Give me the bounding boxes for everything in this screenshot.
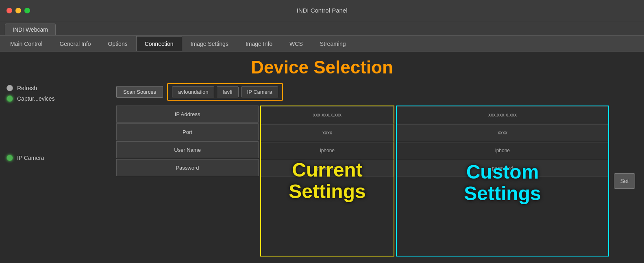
minimize-button[interactable] (15, 8, 21, 13)
left-panel: Refresh Captur...evices IP Camera (7, 83, 116, 257)
window-title: INDI Control Panel (296, 7, 347, 14)
avfoundation-button[interactable]: avfoundation (172, 86, 214, 97)
field-label-user-name: User Name (116, 141, 259, 158)
close-button[interactable] (7, 8, 12, 13)
set-button[interactable]: Set (614, 173, 635, 189)
right-panel: Scan Sources avfoundation lavfi IP Camer… (116, 83, 637, 257)
custom-password[interactable]: password (397, 160, 608, 177)
field-label-password: Password (116, 159, 259, 176)
tab-main-control[interactable]: Main Control (2, 36, 51, 51)
refresh-indicator (7, 85, 13, 91)
lavfi-button[interactable]: lavfi (217, 86, 238, 97)
set-column: Set (609, 106, 637, 257)
custom-ip-address[interactable]: xxx.xxx.x.xxx (397, 106, 608, 123)
tab-connection[interactable]: Connection (136, 36, 182, 51)
device-tab-bar: INDI Webcam (0, 21, 644, 36)
scan-sources-button[interactable]: Scan Sources (116, 86, 163, 98)
current-ip-address[interactable]: xxx.xxx.x.xxx (261, 106, 394, 123)
field-label-ip-address: IP Address (116, 106, 259, 123)
custom-settings-column: Custom Settings xxx.xxx.x.xxx xxxx iphon… (396, 106, 609, 257)
ip-camera-button[interactable]: IP Camera (241, 86, 278, 97)
refresh-label: Refresh (17, 85, 37, 91)
tab-general-info[interactable]: General Info (51, 36, 99, 51)
device-selection-title: Device Selection (7, 57, 637, 78)
content-area: Device Selection Refresh Captur...evices… (0, 52, 644, 263)
capture-devices-box: avfoundation lavfi IP Camera (167, 83, 283, 101)
top-controls-row: Scan Sources avfoundation lavfi IP Camer… (116, 83, 637, 101)
ip-camera-label: IP Camera (17, 155, 44, 161)
window-controls (7, 8, 30, 13)
capture-devices-indicator (7, 95, 13, 102)
current-password[interactable]: password (261, 160, 394, 177)
tab-image-info[interactable]: Image Info (237, 36, 281, 51)
field-labels: IP Address Port User Name Password (116, 106, 259, 257)
device-tab-indi-webcam[interactable]: INDI Webcam (5, 24, 56, 35)
ip-camera-row: IP Camera (7, 155, 110, 161)
tab-options[interactable]: Options (99, 36, 136, 51)
main-row: Refresh Captur...evices IP Camera Scan S… (7, 83, 637, 257)
current-user-name[interactable]: iphone (261, 142, 394, 159)
current-settings-column: Current Settings xxx.xxx.x.xxx xxxx ipho… (260, 106, 394, 257)
custom-user-name[interactable]: iphone (397, 142, 608, 159)
table-area: IP Address Port User Name Password Curre… (116, 106, 637, 257)
maximize-button[interactable] (24, 8, 30, 13)
title-bar: INDI Control Panel (0, 0, 644, 21)
tab-image-settings[interactable]: Image Settings (182, 36, 237, 51)
main-tabs: Main Control General Info Options Connec… (0, 36, 644, 52)
custom-port[interactable]: xxxx (397, 124, 608, 141)
ip-camera-indicator (7, 155, 13, 161)
capture-devices-row: Captur...evices (7, 95, 110, 102)
field-label-port: Port (116, 123, 259, 140)
tab-wcs[interactable]: WCS (281, 36, 311, 51)
refresh-row: Refresh (7, 85, 110, 91)
capture-devices-label: Captur...evices (17, 95, 55, 102)
current-port[interactable]: xxxx (261, 124, 394, 141)
tab-streaming[interactable]: Streaming (311, 36, 355, 51)
